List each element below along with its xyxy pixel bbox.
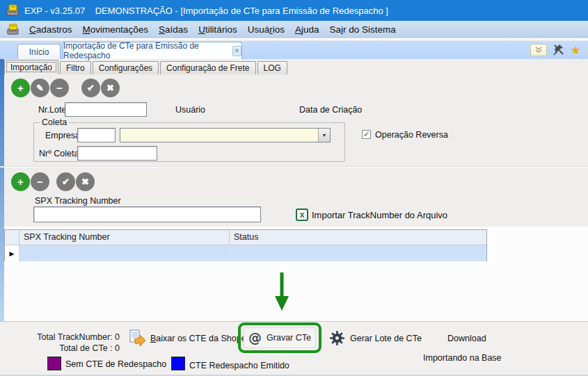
nr-lote-input[interactable] xyxy=(65,102,147,117)
grid-col-tracking-header[interactable]: SPX Tracking Number xyxy=(19,230,230,245)
empresa-code-input[interactable] xyxy=(77,128,116,142)
tab-strip: Início Importação de CTe para Emissão de… xyxy=(0,41,588,59)
total-cte-value: 0 xyxy=(115,343,120,353)
legend-swatch-sem-cte xyxy=(47,357,61,370)
add-button[interactable]: + xyxy=(11,79,30,97)
menu-item-saidas[interactable]: Saídas xyxy=(154,22,193,37)
grid-indicator-header xyxy=(5,230,19,245)
operacao-reversa-checkbox[interactable]: ✔ xyxy=(362,130,371,139)
tab-close-icon[interactable]: ✕ xyxy=(232,46,241,56)
track-cancel-button[interactable]: ✖ xyxy=(76,172,95,191)
empresa-combo-value xyxy=(120,129,318,142)
menu-items: CadastrosMovimentaçõesSaídasUtilitáriosU… xyxy=(24,22,402,37)
tab-inicio[interactable]: Início xyxy=(17,44,61,59)
spx-tracking-input[interactable] xyxy=(33,206,261,222)
subtab-log[interactable]: LOG xyxy=(257,61,287,74)
favorite-star-icon[interactable]: ★ xyxy=(571,44,581,56)
spx-tracking-label: SPX Tracking Number xyxy=(35,196,121,206)
annotation-arrow xyxy=(273,271,291,313)
menu-item-utilitarios[interactable]: Utilitários xyxy=(193,22,242,37)
subtab-importacao[interactable]: Importação xyxy=(4,60,58,74)
grid-cell-status[interactable] xyxy=(230,245,486,261)
subtab-configuracao-frete[interactable]: Configuração de Frete xyxy=(160,61,255,74)
tab-active-label: Importação de CTe para Emissão de Redesp… xyxy=(63,41,226,60)
subtab-filtro[interactable]: Filtro xyxy=(60,61,91,74)
grid-header: SPX Tracking Number Status xyxy=(5,230,486,245)
annotation-highlight-box: @ Gravar CTe xyxy=(238,322,321,353)
operacao-reversa-label: Operação Reversa xyxy=(375,130,448,140)
legend-label-emitido: CTE Redespacho Emitido xyxy=(189,361,289,370)
excel-file-icon: x xyxy=(296,209,308,221)
menu-item-usuarios[interactable]: Usuários xyxy=(243,22,289,37)
tab-list-button[interactable] xyxy=(530,44,547,56)
importar-tracknumber-link[interactable]: Importar TrackNumber do Arquivo xyxy=(312,210,447,220)
tab-inicio-label: Início xyxy=(29,47,49,57)
baixar-cte-button[interactable]: Baixar os CTE da Shopee xyxy=(129,329,251,348)
cancel-button[interactable]: ✖ xyxy=(101,79,120,97)
total-tracknumber-label: Total TrackNumber: xyxy=(37,332,112,342)
nr-lote-label: Nr.Lote xyxy=(38,105,66,115)
track-add-button[interactable]: + xyxy=(11,172,30,191)
empresa-label: Empresa xyxy=(45,131,80,140)
empresa-combo[interactable]: ▼ xyxy=(120,128,331,142)
row-indicator-icon: ▶ xyxy=(5,245,19,261)
app-window: EXP - v3.25.07 DEMONSTRAÇÃO - [Importaçã… xyxy=(0,0,588,376)
total-tracknumber-value: 0 xyxy=(115,332,120,342)
nro-coleta-input[interactable] xyxy=(77,146,157,161)
legend-swatch-emitido xyxy=(171,357,185,370)
menu-item-movimentacoes[interactable]: Movimentações xyxy=(78,22,154,37)
coleta-groupbox: Coleta Empresa ▼ Nrº Coleta xyxy=(33,122,345,162)
cte-logo-icon: @ xyxy=(248,330,262,345)
importando-label: Importando na Base xyxy=(423,353,502,363)
section-divider xyxy=(0,166,588,167)
edit-button[interactable]: ✎ xyxy=(31,79,49,97)
gravar-cte-button[interactable]: @ Gravar CTe xyxy=(244,327,316,348)
grid-cell-tracking[interactable] xyxy=(19,245,230,261)
legend-label-sem-cte: Sem CTE de Redespacho xyxy=(65,359,166,369)
menu-item-cadastros[interactable]: Cadastros xyxy=(24,22,77,37)
app-icon xyxy=(6,3,19,17)
gear-icon xyxy=(329,330,345,346)
gerar-lote-button[interactable]: Gerar Lote de CTe xyxy=(329,330,422,346)
chevron-down-icon xyxy=(534,47,543,54)
unpin-icon[interactable] xyxy=(553,44,564,56)
tracking-grid: SPX Tracking Number Status ▶ xyxy=(4,229,487,261)
totals-block: Total TrackNumber: 0 Total de CTe : 0 xyxy=(7,332,120,354)
track-confirm-button[interactable]: ✔ xyxy=(56,172,75,191)
download-label: Download xyxy=(447,334,486,343)
footer-bar: Total TrackNumber: 0 Total de CTe : 0 Ba… xyxy=(0,321,588,376)
window-title: EXP - v3.25.07 DEMONSTRAÇÃO - [Importaçã… xyxy=(24,6,388,16)
menu-bar: CadastrosMovimentaçõesSaídasUtilitáriosU… xyxy=(0,21,588,40)
gravar-cte-label: Gravar CTe xyxy=(267,333,311,343)
total-cte-label: Total de CTe : xyxy=(59,343,112,353)
grid-col-status-header[interactable]: Status xyxy=(230,230,486,245)
remove-button[interactable]: − xyxy=(50,79,69,97)
tab-importacao-cte[interactable]: Importação de CTe para Emissão de Redesp… xyxy=(63,42,242,59)
download-document-icon xyxy=(129,329,147,348)
grid-row[interactable]: ▶ xyxy=(5,245,486,261)
coleta-group-label: Coleta xyxy=(40,117,69,127)
confirm-button[interactable]: ✔ xyxy=(81,79,100,97)
menu-app-icon xyxy=(6,23,19,36)
combo-dropdown-icon[interactable]: ▼ xyxy=(318,129,330,142)
data-criacao-label: Data de Criação xyxy=(299,105,362,115)
subtab-configuracoes[interactable]: Configurações xyxy=(93,61,159,74)
title-bar: EXP - v3.25.07 DEMONSTRAÇÃO - [Importaçã… xyxy=(0,0,588,21)
track-remove-button[interactable]: − xyxy=(31,172,49,191)
nro-coleta-label: Nrº Coleta xyxy=(39,149,79,158)
usuario-label: Usuário xyxy=(175,105,205,115)
gerar-lote-label: Gerar Lote de CTe xyxy=(350,334,422,343)
sub-tab-bar: Importação Filtro Configurações Configur… xyxy=(4,60,289,74)
baixar-label: Baixar os CTE da Shopee xyxy=(150,334,251,343)
menu-item-sair-do-sistema[interactable]: Sair do Sistema xyxy=(324,22,400,37)
menu-item-ajuda[interactable]: Ajuda xyxy=(290,22,324,37)
